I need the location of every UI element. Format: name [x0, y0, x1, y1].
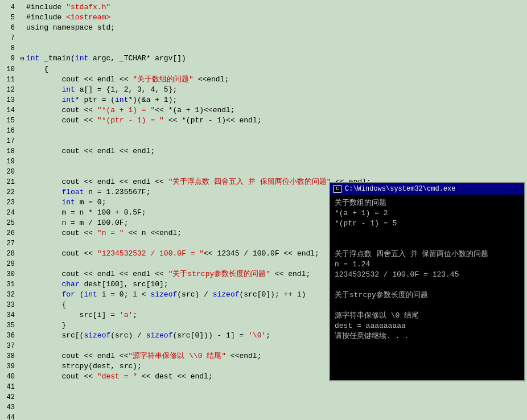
code-token: cout << endl << endl << [26, 270, 168, 278]
code-token: cout << [26, 229, 97, 237]
line-number: 12 [0, 85, 18, 95]
code-line: 42 [0, 392, 527, 402]
line-number: 7 [0, 33, 18, 43]
code-line: 15 cout << "*(ptr - 1) = " << *(ptr - 1)… [0, 116, 527, 126]
cmd-line: 源字符串保修以 \0 结尾 [335, 311, 520, 321]
code-token: "n = " [97, 229, 124, 237]
line-number: 11 [0, 75, 18, 85]
line-number: 25 [0, 218, 18, 228]
code-token: _tmain( [39, 54, 75, 63]
code-line: 5#include <iostream> [0, 13, 527, 23]
code-token: int [61, 198, 75, 207]
cmd-line [335, 300, 520, 311]
line-number: 4 [0, 2, 18, 13]
line-number: 15 [0, 116, 18, 126]
cmd-body: 关于数组的问题*(a + 1) = 2*(ptr - 1) = 5 关于浮点数 … [330, 195, 524, 377]
code-token: a[] = {1, 2, 3, 4, 5}; [75, 85, 177, 94]
code-content: { [26, 64, 527, 75]
code-token: << dest << endl; [137, 372, 213, 381]
code-token [26, 96, 61, 104]
code-token: float [61, 188, 84, 196]
fold-icon[interactable]: ⊟ [18, 54, 26, 64]
line-number: 23 [0, 197, 18, 208]
code-line: 20 [0, 167, 527, 177]
code-line: 13 int* ptr = (int*)(&a + 1); [0, 95, 527, 105]
code-token: "关于strcpy参数长度的问题" [168, 270, 270, 278]
cmd-line [335, 239, 520, 249]
code-token: n = m / 100.0F; [26, 219, 128, 227]
code-token: <<endl; [193, 75, 229, 84]
line-number: 31 [0, 279, 18, 290]
code-token: <iostream> [66, 13, 110, 22]
line-number: 42 [0, 392, 18, 402]
code-token: "stdafx.h" [66, 3, 110, 11]
code-line: 43 [0, 402, 527, 413]
line-number: 18 [0, 146, 18, 157]
code-content: cout << "*(a + 1) = "<< *(a + 1)<<endl; [26, 105, 527, 116]
cmd-titlebar: C C:\Windows\system32\cmd.exe [330, 183, 524, 195]
code-token: << *(ptr - 1)<< endl; [164, 116, 262, 125]
code-token: sizeof [213, 290, 240, 299]
code-line: 9⊟int _tmain(int argc, _TCHAR* argv[]) [0, 53, 527, 64]
code-token: "*(a + 1) = " [97, 106, 155, 114]
code-line: 18 cout << endl << endl; [0, 146, 527, 157]
code-token: } [26, 321, 66, 330]
code-token: '\0' [248, 331, 266, 340]
cmd-line: *(a + 1) = 2 [335, 208, 520, 219]
line-number: 26 [0, 228, 18, 238]
line-number: 33 [0, 300, 18, 310]
line-number: 16 [0, 126, 18, 136]
line-number: 43 [0, 402, 18, 413]
cmd-line: 关于浮点数 四舍五入 并 保留两位小数的问题 [335, 249, 520, 260]
code-line: 10 { [0, 64, 527, 75]
code-line: 11 cout << endl << "关于数组的问题" <<endl; [0, 75, 527, 85]
code-line: 7 [0, 33, 527, 43]
code-content: #include <iostream> [26, 13, 527, 23]
code-token: sizeof [150, 290, 177, 299]
code-line: 19 [0, 157, 527, 167]
line-number: 24 [0, 208, 18, 218]
code-line: 4#include "stdafx.h" [0, 2, 527, 13]
line-number: 21 [0, 177, 18, 187]
cmd-line: 请按任意键继续. . . [335, 331, 520, 341]
line-number: 39 [0, 361, 18, 372]
line-number: 6 [0, 23, 18, 33]
line-number: 28 [0, 249, 18, 259]
code-token: int [26, 54, 39, 63]
code-token: src[( [26, 331, 84, 340]
line-number: 38 [0, 351, 18, 361]
line-number: 36 [0, 331, 18, 341]
code-line: 14 cout << "*(a + 1) = "<< *(a + 1)<<end… [0, 105, 527, 116]
code-token: 'a' [120, 311, 133, 319]
line-number: 9 [0, 53, 18, 64]
code-content: int _tmain(int argc, _TCHAR* argv[]) [26, 53, 527, 64]
code-token: "源字符串保修以 \\0 结尾" [128, 352, 226, 360]
code-token: (src[0])) - 1] = [172, 331, 248, 340]
code-token: (src) / [177, 290, 212, 299]
line-number: 17 [0, 136, 18, 146]
cmd-line: *(ptr - 1) = 5 [335, 219, 520, 229]
code-token: strcpy(dest, src); [26, 362, 142, 370]
line-number: 27 [0, 238, 18, 249]
line-number: 40 [0, 372, 18, 382]
code-line: 44 [0, 413, 527, 420]
code-token: * ptr = ( [75, 96, 115, 104]
code-token: (src) / [110, 331, 146, 340]
cmd-line: n = 1.24 [335, 260, 520, 270]
cmd-window: C C:\Windows\system32\cmd.exe 关于数组的问题*(a… [329, 182, 525, 381]
cmd-icon: C [334, 185, 341, 193]
code-line: 41 [0, 382, 527, 392]
line-number: 37 [0, 341, 18, 351]
line-number: 14 [0, 105, 18, 116]
code-token [26, 290, 61, 299]
code-line: 8 [0, 43, 527, 53]
code-token: cout << endl << endl << [26, 178, 168, 186]
code-token: int [61, 96, 75, 104]
cmd-line [335, 280, 520, 290]
code-token: << endl; [270, 270, 310, 278]
cmd-line: dest = aaaaaaaaa [335, 321, 520, 331]
code-token: ; [133, 311, 137, 319]
code-content: int* ptr = (int*)(&a + 1); [26, 95, 527, 105]
code-token: dest[100], src[10]; [80, 280, 168, 289]
code-token: i = 0; i < [97, 290, 151, 299]
